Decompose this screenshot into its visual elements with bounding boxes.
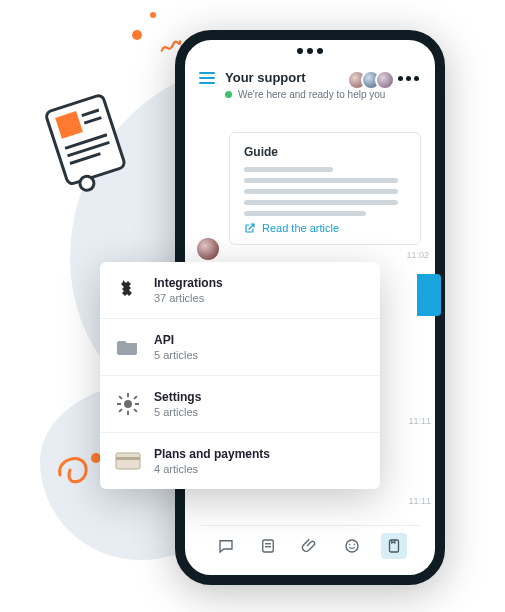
category-row-settings[interactable]: Settings 5 articles — [100, 376, 380, 433]
message-icon[interactable] — [213, 533, 239, 559]
guide-card: Guide Read the article — [229, 132, 421, 245]
categories-popup: Integrations 37 articles API 5 articles … — [100, 262, 380, 489]
svg-rect-9 — [263, 540, 274, 552]
chat-subtitle: We're here and ready to help you — [238, 89, 385, 100]
category-title: Settings — [154, 390, 201, 404]
paper-illustration — [35, 90, 135, 200]
message-bubble-peek — [417, 274, 441, 316]
text-placeholder — [244, 178, 398, 183]
phone-speaker — [297, 48, 323, 54]
category-title: API — [154, 333, 198, 347]
confetti-dot — [150, 12, 156, 18]
agent-avatars — [353, 70, 395, 90]
text-placeholder — [244, 200, 398, 205]
gear-icon — [114, 390, 142, 418]
online-status-dot — [225, 91, 232, 98]
emoji-icon[interactable] — [339, 533, 365, 559]
category-count: 5 articles — [154, 406, 201, 418]
svg-point-14 — [354, 543, 356, 545]
category-title: Plans and payments — [154, 447, 270, 461]
agent-avatar — [197, 238, 219, 260]
message-timestamp: 11:11 — [408, 416, 431, 426]
external-link-icon — [244, 222, 256, 234]
svg-rect-23 — [133, 395, 137, 399]
attachment-icon[interactable] — [297, 533, 323, 559]
menu-icon[interactable] — [199, 72, 215, 84]
plug-icon — [114, 276, 142, 304]
note-icon[interactable] — [255, 533, 281, 559]
chat-title: Your support — [225, 70, 306, 85]
svg-rect-25 — [116, 453, 140, 469]
svg-rect-26 — [116, 457, 140, 460]
avatar — [375, 70, 395, 90]
category-count: 37 articles — [154, 292, 223, 304]
svg-rect-21 — [118, 395, 122, 399]
chat-header: Your support We're here and ready to hel… — [199, 70, 421, 100]
category-row-api[interactable]: API 5 articles — [100, 319, 380, 376]
read-article-label: Read the article — [262, 222, 339, 234]
svg-rect-22 — [133, 408, 137, 412]
message-timestamp: 11:02 — [406, 250, 429, 260]
guide-heading: Guide — [244, 145, 406, 159]
category-row-integrations[interactable]: Integrations 37 articles — [100, 262, 380, 319]
svg-point-16 — [124, 400, 132, 408]
svg-rect-15 — [390, 540, 399, 552]
svg-rect-20 — [135, 403, 139, 405]
folder-icon — [114, 333, 142, 361]
message-timestamp: 11:11 — [408, 496, 431, 506]
credit-card-icon — [114, 447, 142, 475]
svg-rect-18 — [127, 411, 129, 415]
category-count: 4 articles — [154, 463, 270, 475]
text-placeholder — [244, 211, 366, 216]
svg-point-12 — [346, 540, 358, 552]
svg-rect-17 — [127, 393, 129, 397]
text-placeholder — [244, 167, 333, 172]
category-row-plans[interactable]: Plans and payments 4 articles — [100, 433, 380, 489]
category-count: 5 articles — [154, 349, 198, 361]
confetti-dot — [132, 30, 142, 40]
svg-rect-19 — [117, 403, 121, 405]
text-placeholder — [244, 189, 398, 194]
knowledge-base-icon[interactable] — [381, 533, 407, 559]
category-title: Integrations — [154, 276, 223, 290]
svg-rect-1 — [45, 94, 126, 185]
svg-rect-24 — [118, 408, 122, 412]
read-article-link[interactable]: Read the article — [244, 222, 406, 234]
composer-toolbar — [201, 525, 419, 565]
svg-point-13 — [349, 543, 351, 545]
